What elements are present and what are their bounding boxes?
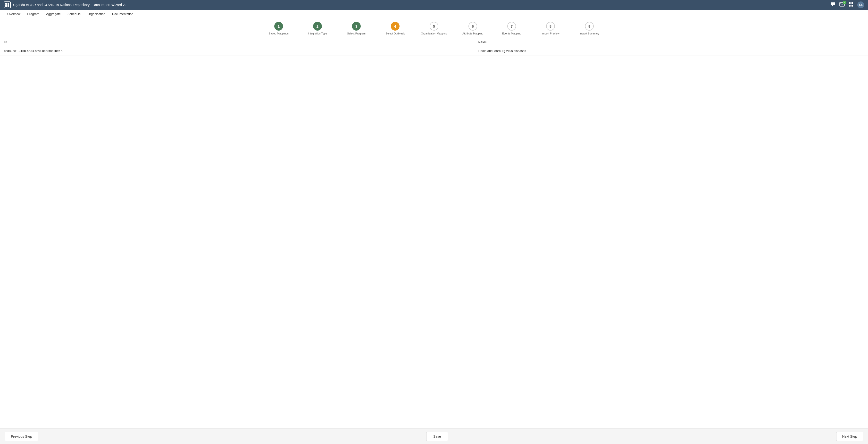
step-2[interactable]: 2 Integration Type xyxy=(298,22,337,35)
chat-icon[interactable] xyxy=(831,2,835,8)
top-bar-left: Uganda eIDSR and COVID 19 National Repos… xyxy=(4,1,126,8)
svg-rect-3 xyxy=(7,5,9,7)
footer: Previous Step Save Next Step xyxy=(0,429,868,444)
col-header-id: ID xyxy=(0,38,474,46)
footer-center: Save xyxy=(426,432,448,441)
top-bar: Uganda eIDSR and COVID 19 National Repos… xyxy=(0,0,868,10)
app-icon xyxy=(4,1,11,8)
cell-id: bcd80e81-315b-4e34-af58-8ea8f8c1bc67- xyxy=(0,46,474,56)
app-title: Uganda eIDSR and COVID 19 National Repos… xyxy=(13,3,126,7)
step-8[interactable]: 8 Import Preview xyxy=(531,22,570,35)
step-circle-3: 3 xyxy=(352,22,361,31)
step-circle-6: 6 xyxy=(468,22,477,31)
svg-rect-6 xyxy=(851,2,853,4)
data-table: ID NAME bcd80e81-315b-4e34-af58-8ea8f8c1… xyxy=(0,38,868,56)
mail-badge: 2 xyxy=(843,1,846,4)
stepper: 1 Saved Mappings 2 Integration Type 3 Se… xyxy=(0,19,868,38)
secondary-nav: Overview Program Aggregate Schedule Orga… xyxy=(0,10,868,19)
step-6[interactable]: 6 Attribute Mapping xyxy=(454,22,492,35)
step-label-9: Import Summary xyxy=(579,32,599,35)
cell-name: Ebola and Marburg virus diseases xyxy=(474,46,868,56)
nav-schedule[interactable]: Schedule xyxy=(64,10,84,19)
prev-step-button[interactable]: Previous Step xyxy=(5,432,38,441)
nav-overview[interactable]: Overview xyxy=(4,10,24,19)
step-circle-9: 9 xyxy=(585,22,594,31)
svg-rect-1 xyxy=(7,3,9,5)
step-circle-4: 4 xyxy=(391,22,400,31)
step-circle-5: 5 xyxy=(430,22,438,31)
step-label-2: Integration Type xyxy=(308,32,327,35)
step-3[interactable]: 3 Select Program xyxy=(337,22,376,35)
step-label-7: Events Mapping xyxy=(502,32,521,35)
step-label-1: Saved Mappings xyxy=(269,32,289,35)
top-bar-right: 2 SS xyxy=(831,1,864,8)
svg-rect-8 xyxy=(851,5,853,6)
step-1[interactable]: 1 Saved Mappings xyxy=(259,22,298,35)
nav-aggregate[interactable]: Aggregate xyxy=(43,10,64,19)
svg-rect-0 xyxy=(5,3,7,5)
step-label-4: Select Outbreak xyxy=(386,32,405,35)
step-4[interactable]: 4 Select Outbreak xyxy=(376,22,414,35)
step-9[interactable]: 9 Import Summary xyxy=(570,22,609,35)
main-content: ID NAME bcd80e81-315b-4e34-af58-8ea8f8c1… xyxy=(0,38,868,429)
step-label-5: Organisation Mapping xyxy=(421,32,447,35)
svg-rect-2 xyxy=(5,5,7,7)
step-label-8: Import Preview xyxy=(541,32,559,35)
svg-rect-5 xyxy=(849,2,850,4)
col-header-name: NAME xyxy=(474,38,868,46)
nav-documentation[interactable]: Documentation xyxy=(109,10,137,19)
step-7[interactable]: 7 Events Mapping xyxy=(492,22,531,35)
grid-icon[interactable] xyxy=(848,2,854,8)
step-label-6: Attribute Mapping xyxy=(462,32,483,35)
user-avatar[interactable]: SS xyxy=(857,1,864,8)
step-5[interactable]: 5 Organisation Mapping xyxy=(414,22,454,35)
table-row[interactable]: bcd80e81-315b-4e34-af58-8ea8f8c1bc67- Eb… xyxy=(0,46,868,56)
svg-rect-7 xyxy=(849,5,850,6)
mail-icon[interactable]: 2 xyxy=(839,2,845,8)
step-label-3: Select Program xyxy=(347,32,366,35)
step-circle-2: 2 xyxy=(313,22,322,31)
save-button[interactable]: Save xyxy=(426,432,448,441)
step-circle-7: 7 xyxy=(507,22,516,31)
step-circle-1: 1 xyxy=(274,22,283,31)
step-circle-8: 8 xyxy=(546,22,555,31)
nav-program[interactable]: Program xyxy=(24,10,43,19)
next-step-button[interactable]: Next Step xyxy=(836,432,863,441)
nav-organisation[interactable]: Organisation xyxy=(84,10,109,19)
